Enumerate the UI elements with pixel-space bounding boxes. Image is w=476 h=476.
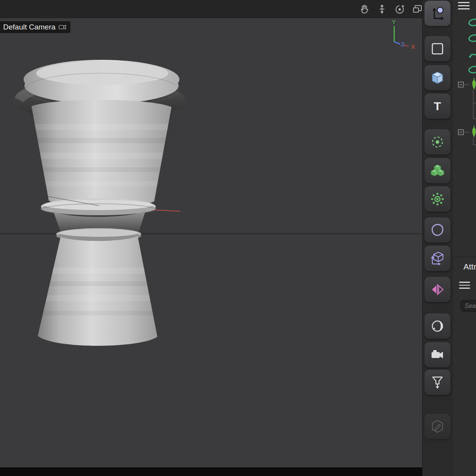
symmetry-tool-button[interactable] <box>424 277 450 302</box>
spline-tool-button[interactable] <box>424 218 450 243</box>
object-manager-tree[interactable] <box>453 14 476 250</box>
panel-divider <box>453 256 476 257</box>
generator-tool-button[interactable] <box>424 186 450 212</box>
object-manager-menu-hamburger-icon[interactable] <box>458 2 470 9</box>
filter-funnel-tool-button[interactable] <box>424 370 450 395</box>
axis-x-label: X <box>411 43 415 50</box>
green-top-icon <box>472 79 476 90</box>
shading-tool-button[interactable] <box>424 314 450 339</box>
moon-sphere-icon <box>430 318 445 334</box>
green-ellipse-icon <box>469 66 476 74</box>
axis-z-label: Z <box>401 41 404 48</box>
move-arrows-ball-icon <box>430 6 445 21</box>
blue-cube-icon <box>430 70 445 86</box>
axis-y-label: Y <box>392 19 396 25</box>
green-top-icon <box>472 127 476 137</box>
cube-with-arrows-icon <box>430 251 445 266</box>
camera-label[interactable]: Default Camera <box>0 21 70 33</box>
right-dock: Attr <box>452 0 476 476</box>
hexagon-pencil-icon <box>430 419 445 434</box>
square-outline-icon <box>430 41 445 57</box>
attributes-search-box[interactable] <box>461 300 476 312</box>
text-tool-button[interactable]: T <box>424 94 450 119</box>
camera-swap-icon <box>59 24 66 30</box>
green-ellipse-icon <box>469 18 476 26</box>
snap-transform-tool-button[interactable] <box>424 246 450 271</box>
funnel-arrow-down-icon <box>430 375 445 390</box>
modeling-axis-tool-button[interactable] <box>424 129 450 155</box>
bottom-bar <box>0 467 422 476</box>
green-spline-curve-icon <box>470 52 476 57</box>
dashed-circle-dot-icon <box>430 134 445 150</box>
attributes-menu-hamburger-icon[interactable] <box>459 282 470 289</box>
edit-mode-tool-button[interactable] <box>424 414 450 439</box>
mirrored-triangles-icon <box>430 282 445 297</box>
green-gear-icon <box>430 191 445 207</box>
transform-tool-button[interactable] <box>424 1 450 26</box>
primitive-cube-tool-button[interactable] <box>424 65 450 90</box>
green-ellipse-icon <box>469 34 476 42</box>
green-cubes-icon <box>430 163 445 179</box>
viewport-3d[interactable]: Default Camera Y Z X <box>0 0 422 476</box>
search-input[interactable] <box>461 303 476 310</box>
camera-label-text: Default Camera <box>3 23 55 31</box>
axis-gizmo[interactable]: Y Z X <box>387 19 425 54</box>
selection-tool-button[interactable] <box>424 36 450 61</box>
camera-tool-button[interactable] <box>424 342 450 367</box>
camera-icon <box>430 347 445 363</box>
attributes-panel-title: Attr <box>463 262 476 271</box>
letter-T-icon: T <box>434 100 441 112</box>
volume-tool-button[interactable] <box>424 158 450 183</box>
tool-palette: T <box>422 0 452 476</box>
pebble-outline-icon <box>430 222 445 238</box>
scene-model-goblet[interactable] <box>7 55 194 354</box>
